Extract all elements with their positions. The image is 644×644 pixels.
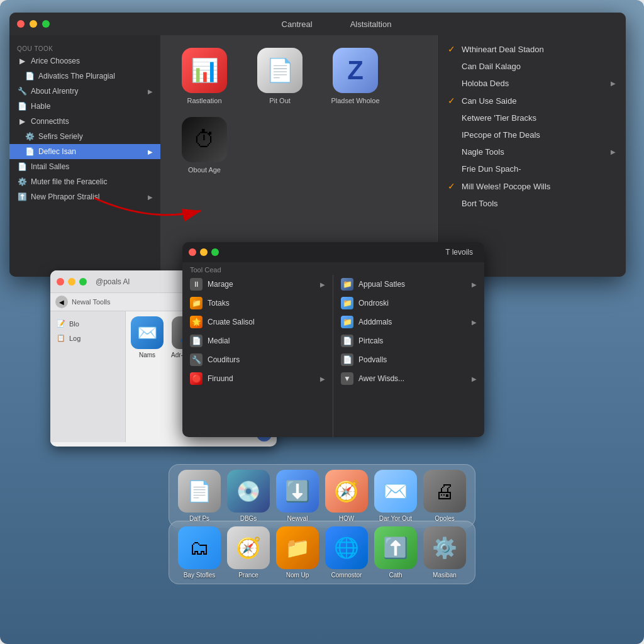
adivatics-icon: 📄 bbox=[25, 71, 35, 81]
popup-item-cruate[interactable]: 🌟 Cruate Salisol bbox=[182, 313, 333, 331]
sidebar-item-sefirs[interactable]: ⚙️ Sefirs Seriely bbox=[9, 129, 160, 144]
pitout-label: Pit Out bbox=[269, 97, 291, 104]
right-menu-item-4[interactable]: Ketwere 'Tier Bracks bbox=[438, 109, 626, 126]
adddmals-arrow: ▶ bbox=[472, 319, 477, 326]
goals-minimize-button[interactable] bbox=[68, 278, 75, 286]
arice-icon: ▶ bbox=[17, 56, 27, 66]
popup-item-marage[interactable]: ⏸ Marage ▶ bbox=[182, 275, 333, 294]
dock-row1: 📄 Dalf Ps 💿 DBGs ⬇️ Newval 🧭 HOW ✉️ Dar … bbox=[169, 464, 475, 528]
dock-item-masiban[interactable]: ⚙️ Masiban bbox=[423, 526, 466, 579]
firuund-icon: 🔴 bbox=[190, 372, 203, 385]
marage-icon: ⏸ bbox=[190, 278, 203, 291]
newphrapor-arrow: ▶ bbox=[148, 194, 153, 201]
popup-item-adddmals[interactable]: 📁 Adddmals ▶ bbox=[333, 313, 484, 331]
sidebar-item-connecthts[interactable]: ▶ Connecthts bbox=[9, 114, 160, 129]
close-button[interactable] bbox=[17, 20, 25, 28]
title-right: Alstsitaltion bbox=[350, 19, 392, 29]
main-content: 📊 Rastleation 📄 Pit Out Z Pladset Wholoe… bbox=[160, 35, 437, 277]
opoles-icon: 🖨 bbox=[423, 470, 466, 513]
cath-label: Cath bbox=[389, 572, 402, 579]
popup-item-pirtcals[interactable]: 📄 Pirtcals bbox=[333, 331, 484, 350]
main-window: Cantreal Alstsitaltion Qou Took ▶ Arice … bbox=[9, 13, 626, 277]
dock-item-dbgs[interactable]: 💿 DBGs bbox=[227, 470, 270, 522]
right-menu-item-6[interactable]: Nagle Tools ▶ bbox=[438, 143, 626, 160]
popup-item-podvalls[interactable]: 📄 Podvalls bbox=[333, 350, 484, 369]
couditurs-icon: 🔧 bbox=[190, 353, 203, 366]
popup-item-awer[interactable]: ▼ Awer Wisds... ▶ bbox=[333, 369, 484, 388]
right-menu-item-8[interactable]: ✓ Mill Weles! Pocope Wills bbox=[438, 177, 626, 195]
medial-icon: 📄 bbox=[190, 335, 203, 347]
connecthts-icon: ▶ bbox=[17, 116, 27, 126]
right-menu-item-2[interactable]: Holoba Deds ▶ bbox=[438, 75, 626, 92]
sidebar-item-deflec[interactable]: 📄 Deflec Isan ▶ bbox=[9, 144, 160, 159]
sidebar-item-intail[interactable]: 📄 Intail Salles bbox=[9, 159, 160, 174]
awer-icon: ▼ bbox=[341, 372, 353, 385]
popup-minimize-button[interactable] bbox=[200, 248, 208, 256]
maximize-button[interactable] bbox=[42, 20, 50, 28]
deflec-arrow: ▶ bbox=[148, 148, 153, 155]
right-menu: ✓ Wthineart Deal Stadon Can Dail Kalago … bbox=[437, 35, 626, 277]
right-menu-item-7[interactable]: Frie Dun Spach- bbox=[438, 160, 626, 177]
dock-item-daryorout[interactable]: ✉️ Dar Yor Out bbox=[374, 470, 417, 522]
app-pitout[interactable]: 📄 Pit Out bbox=[248, 48, 311, 104]
goals-maximize-button[interactable] bbox=[79, 278, 87, 286]
sidebar-item-hable[interactable]: 📄 Hable bbox=[9, 99, 160, 114]
dbgs-icon: 💿 bbox=[227, 470, 270, 513]
dock-item-baystofles[interactable]: 🗂 Bay Stofles bbox=[178, 526, 221, 579]
dock-item-comnostor[interactable]: 🌐 Comnostor bbox=[325, 526, 368, 579]
dock-item-cath[interactable]: ⬆️ Cath bbox=[374, 526, 417, 579]
pladset-label: Pladset Wholoe bbox=[331, 97, 379, 104]
popup-close-button[interactable] bbox=[189, 248, 196, 256]
sidebar-item-muter[interactable]: ⚙️ Muter file the Feracelic bbox=[9, 174, 160, 189]
awer-arrow: ▶ bbox=[472, 375, 477, 382]
dock-item-newval[interactable]: ⬇️ Newval bbox=[276, 470, 319, 522]
right-menu-item-9[interactable]: Bort Tools bbox=[438, 195, 626, 212]
dock-item-prance[interactable]: 🧭 Prance bbox=[227, 526, 270, 579]
goals-app-nams[interactable]: ✉️ Nams bbox=[131, 316, 164, 358]
appual-arrow: ▶ bbox=[472, 281, 477, 288]
obout-label: Obout Age bbox=[188, 166, 221, 174]
dock-item-dalfps[interactable]: 📄 Dalf Ps bbox=[178, 470, 221, 522]
right-menu-item-0[interactable]: ✓ Wthineart Deal Stadon bbox=[438, 40, 626, 58]
app-rastleation[interactable]: 📊 Rastleation bbox=[173, 48, 236, 104]
goals-title: @poals Al bbox=[96, 277, 130, 286]
popup-item-totaks[interactable]: 📁 Totaks bbox=[182, 294, 333, 313]
popup-maximize-button[interactable] bbox=[211, 248, 219, 256]
podvalls-icon: 📄 bbox=[341, 353, 353, 366]
popup-item-ondroski[interactable]: 📁 Ondroski bbox=[333, 294, 484, 313]
goals-close-button[interactable] bbox=[57, 278, 64, 286]
popup-item-firuund[interactable]: 🔴 Firuund ▶ bbox=[182, 369, 333, 388]
popup-title: T levoils bbox=[223, 248, 478, 257]
dock-item-how[interactable]: 🧭 HOW bbox=[325, 470, 368, 522]
masiban-icon: ⚙️ bbox=[423, 526, 466, 569]
sidebar-item-about[interactable]: 🔧 About Alrentry ▶ bbox=[9, 84, 160, 99]
app-pladset[interactable]: Z Pladset Wholoe bbox=[324, 48, 387, 104]
app-obout[interactable]: ⏱ Obout Age bbox=[173, 117, 236, 174]
right-menu-item-3[interactable]: ✓ Can Use Saide bbox=[438, 92, 626, 109]
minimize-button[interactable] bbox=[30, 20, 37, 28]
menu-arrow-6: ▶ bbox=[611, 148, 616, 155]
goals-sidebar-log[interactable]: 📋 Log bbox=[50, 331, 125, 345]
dalfps-icon: 📄 bbox=[178, 470, 221, 513]
baystofles-label: Bay Stofles bbox=[184, 572, 216, 579]
right-menu-item-1[interactable]: Can Dail Kalago bbox=[438, 58, 626, 75]
sidebar-item-adivatics[interactable]: 📄 Adivatics The Pluragial bbox=[9, 69, 160, 84]
hable-icon: 📄 bbox=[17, 101, 27, 111]
marage-arrow: ▶ bbox=[320, 281, 325, 288]
goals-sidebar-blo[interactable]: 📝 Blo bbox=[50, 316, 125, 331]
dock-item-nomup[interactable]: 📁 Nom Up bbox=[276, 526, 319, 579]
popup-item-medial[interactable]: 📄 Medial bbox=[182, 331, 333, 350]
pladset-icon: Z bbox=[333, 48, 378, 93]
muter-icon: ⚙️ bbox=[17, 177, 27, 187]
right-menu-item-5[interactable]: IPecope of The Deals bbox=[438, 126, 626, 143]
popup-item-appual[interactable]: 📁 Appual Satles ▶ bbox=[333, 275, 484, 294]
totaks-icon: 📁 bbox=[190, 297, 203, 309]
goals-sidebar: 📝 Blo 📋 Log bbox=[50, 311, 126, 442]
sidebar-item-arice[interactable]: ▶ Arice Chooses bbox=[9, 53, 160, 69]
appual-icon: 📁 bbox=[341, 278, 353, 291]
dock-item-opoles[interactable]: 🖨 Opoles bbox=[423, 470, 466, 522]
popup-right-menu: 📁 Appual Satles ▶ 📁 Ondroski 📁 Adddmals … bbox=[333, 275, 484, 437]
sidebar-item-newphrapor[interactable]: ⬆️ New Phrapor Stralisl ▶ bbox=[9, 189, 160, 204]
popup-item-couditurs[interactable]: 🔧 Couditurs bbox=[182, 350, 333, 369]
goals-back-button[interactable]: ◀ bbox=[55, 296, 68, 308]
